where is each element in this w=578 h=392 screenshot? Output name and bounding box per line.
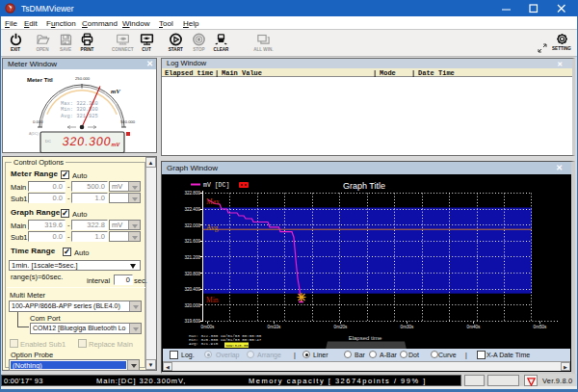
- svg-text:500.000: 500.000: [120, 119, 136, 124]
- svg-text:0.000: 0.000: [33, 119, 43, 124]
- svg-text:0m20s: 0m20s: [334, 325, 348, 329]
- svg-text:319.600: 319.600: [184, 319, 200, 324]
- svg-text:Min: 320.300: Min: 320.300: [61, 107, 98, 113]
- svg-text:320.000: 320.000: [184, 303, 200, 308]
- svg-text:322.000: 322.000: [184, 223, 200, 228]
- svg-text:mV [DC]: mV [DC]: [203, 182, 229, 189]
- svg-text:Meter Titl: Meter Titl: [27, 77, 53, 83]
- svg-text:0m50s: 0m50s: [534, 325, 547, 329]
- svg-text:320.300: 320.300: [62, 136, 113, 149]
- svg-text:mV: mV: [111, 88, 120, 94]
- svg-text:mV: mV: [112, 142, 121, 147]
- svg-text:0m10s: 0m10s: [268, 325, 281, 329]
- svg-text:321.200: 321.200: [184, 255, 200, 260]
- svg-text:322.400: 322.400: [184, 207, 200, 212]
- svg-text:Avg: 321.925: Avg: 321.925: [61, 114, 98, 119]
- svg-text:Graph Title: Graph Title: [343, 181, 385, 191]
- svg-text:320.800: 320.800: [184, 272, 200, 276]
- svg-text:320.400: 320.400: [184, 287, 200, 292]
- svg-text:Avg: Avg: [206, 223, 219, 232]
- svg-text:250.000: 250.000: [75, 76, 91, 81]
- svg-text:Now:320.300: Now:320.300: [226, 344, 251, 348]
- svg-text:0m30s: 0m30s: [401, 325, 414, 329]
- svg-text:Avg: 321.915: Avg: 321.915: [189, 342, 219, 346]
- svg-text:Elapsed time: Elapsed time: [349, 335, 382, 341]
- svg-text:Min: Min: [206, 296, 219, 304]
- svg-text:321.600: 321.600: [184, 239, 200, 244]
- svg-text:Max: Max: [206, 197, 220, 206]
- svg-text:DC: DC: [45, 139, 51, 144]
- svg-text:0m00s: 0m00s: [201, 325, 215, 329]
- svg-text:322.800: 322.800: [184, 191, 200, 196]
- svg-text:0m40s: 0m40s: [467, 325, 481, 329]
- svg-text:A(DC): A(DC): [29, 132, 39, 136]
